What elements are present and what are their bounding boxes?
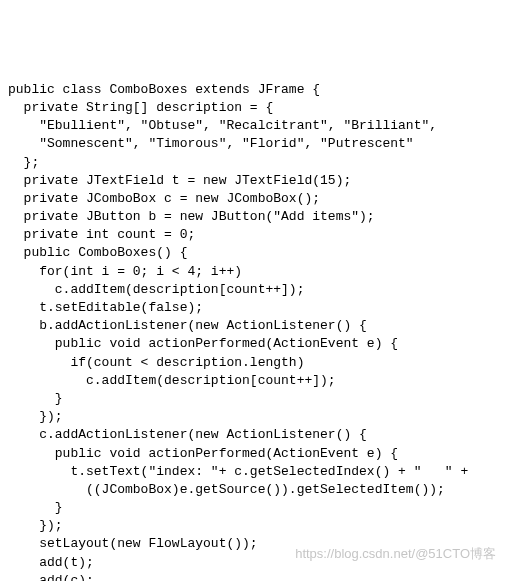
code-line: }); [8, 409, 63, 424]
code-line: public class ComboBoxes extends JFrame { [8, 82, 320, 97]
code-line: }); [8, 518, 63, 533]
code-line: public ComboBoxes() { [8, 245, 187, 260]
code-line: private String[] description = { [8, 100, 273, 115]
code-line: } [8, 391, 63, 406]
code-line: add(t); [8, 555, 94, 570]
code-line: t.setEditable(false); [8, 300, 203, 315]
code-block: public class ComboBoxes extends JFrame {… [8, 81, 500, 581]
code-line: add(c); [8, 573, 94, 581]
code-line: "Ebullient", "Obtuse", "Recalcitrant", "… [8, 118, 437, 133]
code-line: private JTextField t = new JTextField(15… [8, 173, 351, 188]
code-line: private JComboBox c = new JComboBox(); [8, 191, 320, 206]
code-line: }; [8, 155, 39, 170]
code-line: private JButton b = new JButton("Add ite… [8, 209, 375, 224]
code-line: for(int i = 0; i < 4; i++) [8, 264, 242, 279]
code-line: t.setText("index: "+ c.getSelectedIndex(… [8, 464, 468, 479]
code-line: c.addItem(description[count++]); [8, 373, 336, 388]
code-line: setLayout(new FlowLayout()); [8, 536, 258, 551]
code-line: private int count = 0; [8, 227, 195, 242]
code-line: public void actionPerformed(ActionEvent … [8, 446, 398, 461]
code-line: c.addActionListener(new ActionListener()… [8, 427, 367, 442]
code-line: c.addItem(description[count++]); [8, 282, 304, 297]
code-line: b.addActionListener(new ActionListener()… [8, 318, 367, 333]
code-line: } [8, 500, 63, 515]
code-line: "Somnescent", "Timorous", "Florid", "Put… [8, 136, 414, 151]
code-line: public void actionPerformed(ActionEvent … [8, 336, 398, 351]
code-line: if(count < description.length) [8, 355, 304, 370]
code-line: ((JComboBox)e.getSource()).getSelectedIt… [8, 482, 445, 497]
